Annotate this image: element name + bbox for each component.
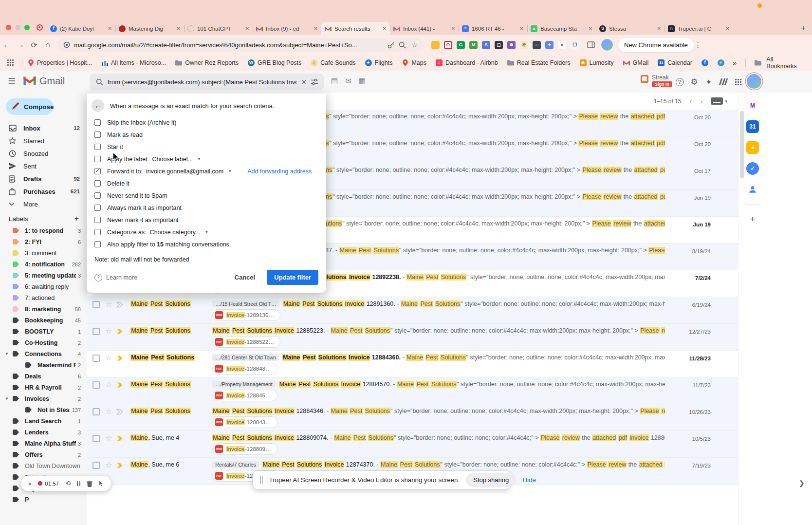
bookmark-item[interactable]: Real Estate Folders <box>507 59 571 66</box>
star-icon[interactable]: ☆ <box>105 327 112 335</box>
keep-icon[interactable]: ● <box>746 141 759 154</box>
forward-icon[interactable]: → <box>14 38 27 52</box>
importance-marker-icon[interactable] <box>116 382 125 390</box>
mail-tool-icon[interactable]: ✉ <box>345 76 351 85</box>
close-window-button[interactable] <box>6 25 11 30</box>
filter-dropdown[interactable]: Choose category... <box>150 229 201 236</box>
sidebar-item-purchases[interactable]: Purchases621 <box>0 185 87 198</box>
gemini-icon[interactable]: ✦ <box>703 76 715 88</box>
star-icon[interactable]: ☆ <box>105 461 112 469</box>
tasks-icon[interactable]: ✓ <box>746 162 759 175</box>
bookmark-item[interactable]: ♪Cafe Sounds <box>311 59 355 66</box>
cursor-tool-icon[interactable] <box>99 480 104 487</box>
sidebar-label-item[interactable]: Deals6 <box>0 371 87 382</box>
newer-page-icon[interactable]: ‹ <box>689 97 692 105</box>
sidebar-label-item[interactable]: BOOSTLY1 <box>0 326 87 337</box>
learn-more-link[interactable]: Learn more <box>106 274 137 281</box>
sidebar-label-item[interactable]: Not in Stessa Yet137 <box>0 404 87 415</box>
attachment-chip[interactable]: PDFInvoice-1289136… <box>212 309 280 321</box>
browser-tab[interactable]: ≡1606 RT 46 -✕ <box>459 22 527 35</box>
browser-tab[interactable]: f(2) Katie Doyl✕ <box>47 22 115 35</box>
filter-checkbox[interactable] <box>94 156 101 162</box>
create-label-icon[interactable]: + <box>74 214 79 223</box>
star-icon[interactable]: ☆ <box>105 380 112 389</box>
bookmark-star-icon[interactable]: ☆ <box>410 38 420 52</box>
sidebar-item-more[interactable]: More <box>0 198 87 210</box>
search-options-icon[interactable] <box>311 78 318 85</box>
search-icon[interactable] <box>96 78 103 86</box>
extension-icon[interactable]: ⋯ <box>533 41 541 49</box>
back-icon[interactable]: ← <box>0 38 14 52</box>
sidebar-item-sent[interactable]: Sent <box>0 160 87 172</box>
bookmark-item[interactable]: WGRE Blog Posts <box>248 59 301 66</box>
add-forwarding-link[interactable]: Add forwarding address <box>247 168 312 175</box>
email-row[interactable]: ☆Maine Pest Solutions…/Property Manageme… <box>87 377 738 404</box>
email-checkbox[interactable] <box>92 381 100 389</box>
bookmark-item[interactable]: Properties | Hospit... <box>27 59 92 66</box>
sidebar-item-drafts[interactable]: Drafts92 <box>0 172 87 185</box>
email-checkbox[interactable] <box>92 355 100 362</box>
compose-button[interactable]: Compose <box>6 98 54 115</box>
importance-marker-icon[interactable] <box>116 301 125 309</box>
email-checkbox[interactable] <box>92 408 100 415</box>
url-text[interactable]: mail.google.com/mail/u/2/#create-filter/… <box>74 41 384 49</box>
filter-dropdown[interactable]: invoice.gonnella@gmail.com <box>146 168 223 175</box>
sidebar-label-item[interactable]: ▼Connections4 <box>0 348 87 359</box>
filter-dropdown[interactable]: Choose label... <box>152 156 192 163</box>
tab-close-icon[interactable]: ✕ <box>726 26 730 31</box>
email-checkbox[interactable] <box>92 435 100 442</box>
sidebar-label-item[interactable]: 1: to respond3 <box>0 225 87 236</box>
sidebar-label-item[interactable]: Land Search1 <box>0 415 87 427</box>
sidebar-item-starred[interactable]: Starred <box>0 134 87 147</box>
sidebar-label-item[interactable]: 6: awaiting reply <box>0 281 87 292</box>
star-icon[interactable]: ☆ <box>105 407 112 415</box>
tab-close-icon[interactable]: ✕ <box>589 26 592 31</box>
url-field[interactable]: mail.google.com/mail/u/2/#create-filter/… <box>58 38 424 52</box>
help-icon[interactable]: ? <box>674 76 685 88</box>
rewind-icon[interactable]: « <box>28 480 32 487</box>
email-checkbox[interactable] <box>92 301 100 308</box>
email-row[interactable]: ☆Maine Pest SolutionsMaine Pest Solution… <box>87 404 738 431</box>
bookmark-item[interactable]: GMail <box>623 59 649 66</box>
restart-recording-icon[interactable]: ⟲ <box>65 480 71 487</box>
get-addons-icon[interactable]: + <box>746 213 759 225</box>
filter-checkbox[interactable] <box>94 229 101 235</box>
attachment-chip[interactable]: PDFInvoice-128845… <box>212 390 277 401</box>
filter-checkbox[interactable] <box>94 180 101 187</box>
extension-icon[interactable]: 🌴 <box>520 41 528 49</box>
extension-icon[interactable]: ● <box>558 41 566 49</box>
tab-close-icon[interactable]: ✕ <box>177 26 181 31</box>
input-tools-selector[interactable]: ▾ <box>711 97 727 105</box>
importance-marker-icon[interactable] <box>116 328 125 336</box>
email-checkbox[interactable] <box>92 462 100 469</box>
importance-marker-icon[interactable] <box>116 355 125 363</box>
drag-handle-icon[interactable] <box>260 476 263 484</box>
browser-tab[interactable]: ▴Basecamp Sta✕ <box>527 22 596 35</box>
contacts-icon[interactable] <box>746 183 759 196</box>
tab-close-icon[interactable]: ✕ <box>108 26 112 31</box>
extension-icon[interactable]: ✽ <box>507 41 516 49</box>
hide-side-panel-icon[interactable]: ❯ <box>799 479 805 487</box>
star-icon[interactable]: ☆ <box>105 354 112 362</box>
tab-close-icon[interactable]: ✕ <box>657 26 661 31</box>
bookmark-item[interactable]: f <box>701 59 708 66</box>
tab-close-icon[interactable]: ✕ <box>451 26 455 31</box>
sidebar-label-item[interactable]: 4: notification282 <box>0 259 87 270</box>
zoom-page-icon[interactable] <box>399 41 406 49</box>
attachment-chip[interactable]: PDFInvoice-1288522… <box>212 336 280 348</box>
main-menu-icon[interactable]: ☰ <box>8 76 16 87</box>
bookmark-item[interactable]: ⚡ <box>718 59 724 66</box>
search-bar[interactable]: from:(services@gorilladesk.com) subject:… <box>90 74 324 90</box>
streak-signin-badge[interactable]: Sign In <box>652 81 672 87</box>
streak-signin[interactable]: Streak Sign In <box>641 74 672 87</box>
filter-checkbox[interactable] <box>94 217 101 223</box>
hide-banner-button[interactable]: Hide <box>522 476 536 484</box>
sidebar-label-item[interactable]: ▼Invoices2 <box>0 393 87 404</box>
help-icon[interactable]: ? <box>94 274 102 281</box>
update-filter-button[interactable]: Update filter <box>267 270 318 285</box>
filter-checkbox[interactable] <box>94 131 101 138</box>
sidebar-label-item[interactable]: Maine Alpha Stuff3 <box>0 438 87 449</box>
importance-marker-icon[interactable] <box>116 462 125 470</box>
reload-icon[interactable]: ⟳ <box>27 38 41 52</box>
image-tool-icon[interactable]: ▦ <box>359 76 366 85</box>
